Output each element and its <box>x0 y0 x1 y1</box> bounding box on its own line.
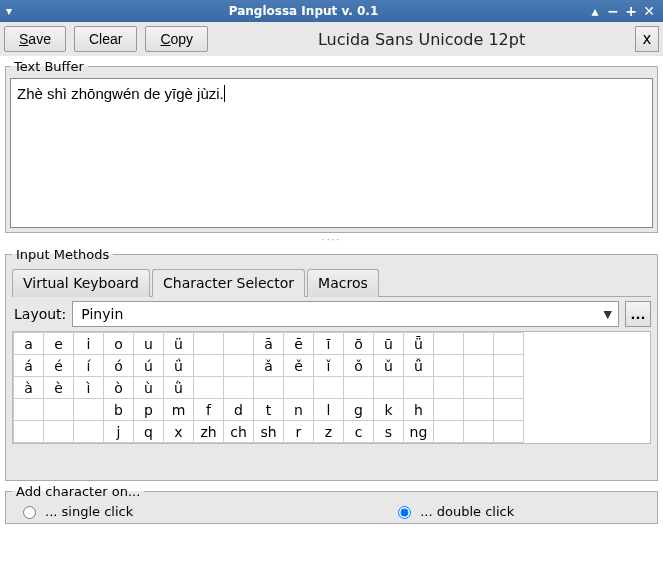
radio-single-click-input[interactable] <box>23 506 36 519</box>
char-cell[interactable]: n <box>284 399 314 421</box>
char-cell-empty <box>404 377 434 399</box>
char-cell[interactable]: zh <box>194 421 224 443</box>
char-cell-empty <box>494 355 524 377</box>
char-cell-empty <box>14 399 44 421</box>
char-cell[interactable]: g <box>344 399 374 421</box>
layout-select-value: Pinyin <box>81 306 123 322</box>
char-cell[interactable]: f <box>194 399 224 421</box>
char-cell[interactable]: i <box>74 333 104 355</box>
text-buffer-group: Text Buffer Zhè shì zhōngwén de yīgè jùz… <box>5 59 658 233</box>
char-cell-empty <box>434 355 464 377</box>
radio-single-click[interactable]: ... single click <box>18 503 133 519</box>
char-cell[interactable]: ò <box>104 377 134 399</box>
window-titlebar: ▾ Panglossa Input v. 0.1 ▴ − + ✕ <box>0 0 663 22</box>
layout-select[interactable]: Pinyin ▼ <box>72 301 619 327</box>
iconify-button[interactable]: ▴ <box>587 3 603 19</box>
text-buffer-input[interactable]: Zhè shì zhōngwén de yīgè jùzi. <box>10 78 653 228</box>
layout-more-button[interactable]: ... <box>625 301 651 327</box>
char-cell[interactable]: z <box>314 421 344 443</box>
char-cell-empty <box>224 377 254 399</box>
char-cell[interactable]: p <box>134 399 164 421</box>
char-cell-empty <box>434 377 464 399</box>
char-cell[interactable]: ü <box>164 333 194 355</box>
char-cell[interactable]: ā <box>254 333 284 355</box>
char-cell[interactable]: è <box>44 377 74 399</box>
radio-double-click[interactable]: ... double click <box>393 503 514 519</box>
char-cell[interactable]: ě <box>284 355 314 377</box>
char-cell[interactable]: c <box>344 421 374 443</box>
char-cell-empty <box>464 355 494 377</box>
radio-double-click-label: ... double click <box>420 504 514 519</box>
char-cell[interactable]: ǒ <box>344 355 374 377</box>
char-cell[interactable]: d <box>224 399 254 421</box>
char-cell[interactable]: ng <box>404 421 434 443</box>
char-cell[interactable]: ō <box>344 333 374 355</box>
char-cell[interactable]: ǚ <box>404 355 434 377</box>
char-cell[interactable]: ē <box>284 333 314 355</box>
tab-character-selector[interactable]: Character Selector <box>152 269 305 297</box>
char-cell[interactable]: sh <box>254 421 284 443</box>
char-cell[interactable]: ǎ <box>254 355 284 377</box>
save-button[interactable]: Save <box>4 26 66 52</box>
radio-double-click-input[interactable] <box>398 506 411 519</box>
char-cell[interactable]: t <box>254 399 284 421</box>
char-cell[interactable]: e <box>44 333 74 355</box>
char-cell-empty <box>464 333 494 355</box>
char-cell[interactable]: k <box>374 399 404 421</box>
char-cell-empty <box>494 333 524 355</box>
char-cell[interactable]: q <box>134 421 164 443</box>
minimize-button[interactable]: − <box>605 3 621 19</box>
char-cell-empty <box>464 399 494 421</box>
char-cell[interactable]: ch <box>224 421 254 443</box>
tab-macros[interactable]: Macros <box>307 269 379 297</box>
char-cell[interactable]: ó <box>104 355 134 377</box>
char-cell-empty <box>494 399 524 421</box>
close-panel-button[interactable]: x <box>635 26 659 52</box>
char-cell[interactable]: ú <box>134 355 164 377</box>
char-cell-empty <box>224 333 254 355</box>
char-cell[interactable]: ī <box>314 333 344 355</box>
char-cell-empty <box>194 377 224 399</box>
char-cell-empty <box>284 377 314 399</box>
char-cell[interactable]: ǖ <box>404 333 434 355</box>
char-cell[interactable]: í <box>74 355 104 377</box>
pane-drag-handle[interactable]: ···· <box>0 236 663 244</box>
char-cell[interactable]: ǘ <box>164 355 194 377</box>
text-buffer-legend: Text Buffer <box>10 59 88 74</box>
char-cell[interactable]: à <box>14 377 44 399</box>
char-cell[interactable]: ǜ <box>164 377 194 399</box>
char-cell[interactable]: h <box>404 399 434 421</box>
copy-button[interactable]: Copy <box>145 26 208 52</box>
char-cell[interactable]: o <box>104 333 134 355</box>
char-cell-empty <box>224 355 254 377</box>
char-cell[interactable]: ǔ <box>374 355 404 377</box>
char-cell[interactable]: m <box>164 399 194 421</box>
window-menu-icon[interactable]: ▾ <box>6 4 12 18</box>
add-character-group: Add character on... ... single click ...… <box>5 484 658 524</box>
char-cell[interactable]: j <box>104 421 134 443</box>
window-title: Panglossa Input v. 0.1 <box>20 4 587 18</box>
char-cell-empty <box>494 421 524 443</box>
char-cell-empty <box>434 333 464 355</box>
char-cell[interactable]: ǐ <box>314 355 344 377</box>
char-cell[interactable]: r <box>284 421 314 443</box>
char-cell-empty <box>434 421 464 443</box>
char-cell[interactable]: ū <box>374 333 404 355</box>
close-window-button[interactable]: ✕ <box>641 3 657 19</box>
tab-virtual-keyboard[interactable]: Virtual Keyboard <box>12 269 150 297</box>
char-cell[interactable]: é <box>44 355 74 377</box>
char-cell[interactable]: b <box>104 399 134 421</box>
char-cell[interactable]: a <box>14 333 44 355</box>
input-methods-legend: Input Methods <box>12 247 113 262</box>
clear-button[interactable]: Clear <box>74 26 137 52</box>
char-cell-empty <box>194 333 224 355</box>
char-cell[interactable]: ù <box>134 377 164 399</box>
char-cell[interactable]: ì <box>74 377 104 399</box>
char-cell[interactable]: x <box>164 421 194 443</box>
toolbar: Save Clear Copy Lucida Sans Unicode 12pt… <box>0 22 663 56</box>
char-cell[interactable]: l <box>314 399 344 421</box>
char-cell[interactable]: u <box>134 333 164 355</box>
char-cell[interactable]: á <box>14 355 44 377</box>
maximize-button[interactable]: + <box>623 3 639 19</box>
char-cell[interactable]: s <box>374 421 404 443</box>
